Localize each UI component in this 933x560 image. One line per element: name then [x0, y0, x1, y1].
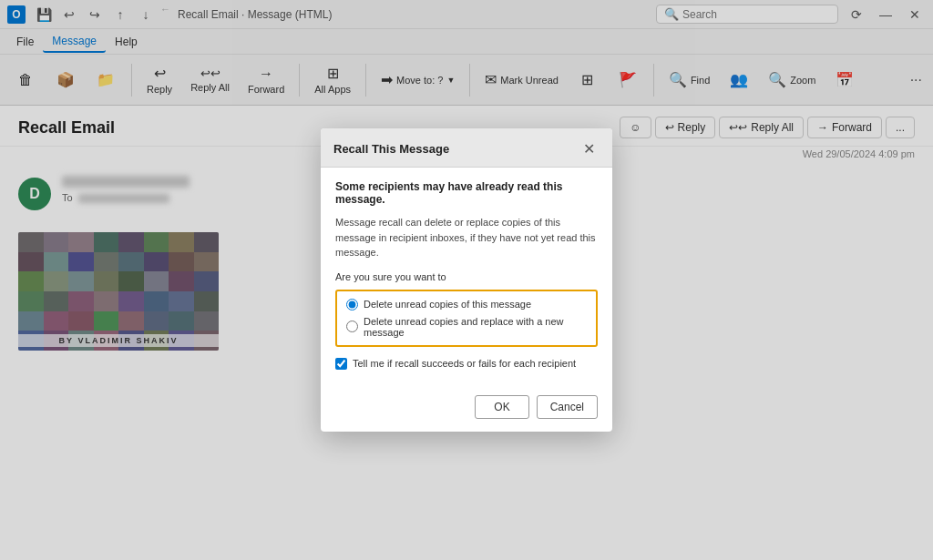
- dialog-overlay: Recall This Message ✕ Some recipients ma…: [0, 0, 933, 560]
- dialog-close-button[interactable]: ✕: [578, 137, 600, 159]
- ok-button[interactable]: OK: [475, 395, 528, 419]
- recall-dialog: Recall This Message ✕ Some recipients ma…: [321, 128, 612, 432]
- dialog-header: Recall This Message ✕: [321, 128, 612, 168]
- notify-text: Tell me if recall succeeds or fails for …: [353, 358, 576, 369]
- dialog-warning-text: Some recipients may have already read th…: [335, 180, 598, 206]
- dialog-question: Are you sure you want to: [335, 271, 598, 282]
- dialog-title: Recall This Message: [333, 142, 449, 156]
- recall-options: Delete unread copies of this message Del…: [335, 290, 598, 347]
- dialog-footer: OK Cancel: [321, 395, 612, 432]
- dialog-description: Message recall can delete or replace cop…: [335, 215, 598, 260]
- notify-checkbox[interactable]: [335, 358, 347, 370]
- cancel-button[interactable]: Cancel: [537, 395, 598, 419]
- option2-label[interactable]: Delete unread copies and replace with a …: [346, 316, 587, 338]
- option1-text: Delete unread copies of this message: [364, 299, 531, 310]
- dialog-body: Some recipients may have already read th…: [321, 168, 612, 395]
- notify-checkbox-label[interactable]: Tell me if recall succeeds or fails for …: [335, 358, 598, 370]
- option1-label[interactable]: Delete unread copies of this message: [346, 299, 587, 311]
- option1-radio[interactable]: [346, 299, 358, 311]
- option2-text: Delete unread copies and replace with a …: [364, 316, 587, 338]
- option2-radio[interactable]: [346, 321, 358, 332]
